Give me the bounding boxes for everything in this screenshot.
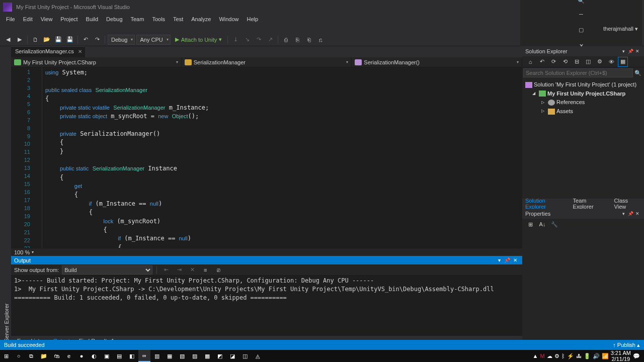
nav-back-button[interactable]: ◀ [3, 35, 13, 45]
search-icon[interactable]: 🔍 [578, 0, 585, 4]
attach-to-unity-button[interactable]: ▶ Attach to Unity ▾ [172, 35, 225, 45]
prop-dropdown-icon[interactable]: ▾ [620, 211, 627, 216]
se-dropdown-icon[interactable]: ▾ [620, 49, 627, 54]
debug-btn-4[interactable]: ⎌ [315, 35, 326, 45]
platform-dropdown[interactable]: Any CPU [136, 35, 170, 45]
se-search-input[interactable] [523, 68, 633, 77]
tray-icon-5[interactable]: ᛒ [561, 353, 565, 359]
tray-icon-7[interactable]: 🖧 [576, 353, 582, 359]
save-all-button[interactable]: 💾 [65, 35, 75, 45]
se-show-all-icon[interactable]: ◫ [583, 57, 593, 67]
se-sync-icon[interactable]: ⟳ [548, 57, 558, 67]
references-node[interactable]: ▷References [523, 98, 643, 107]
solution-tree[interactable]: Solution 'My First Unity Project' (1 pro… [522, 78, 644, 199]
menu-analyze[interactable]: Analyze [188, 15, 214, 23]
open-button[interactable]: 📂 [42, 35, 52, 45]
app-icon-1[interactable]: ● [75, 350, 88, 362]
app-icon-13[interactable]: ◬ [252, 350, 264, 362]
app-icon-2[interactable]: ▣ [101, 350, 113, 362]
code-editor[interactable]: 1234567891011121314151617181920212223242… [11, 67, 522, 248]
se-collapse-icon[interactable]: ⊟ [572, 57, 582, 67]
out-btn3[interactable]: ✕ [187, 265, 197, 275]
save-button[interactable]: 💾 [53, 35, 63, 45]
tray-volume-icon[interactable]: 🔊 [593, 353, 600, 359]
tab-close-icon[interactable]: ✕ [78, 49, 82, 54]
step-out-button[interactable]: ↗ [265, 35, 275, 45]
notifications-icon[interactable]: 💬 [633, 353, 640, 359]
step-button[interactable]: ⤓ [230, 35, 240, 45]
tray-icon-3[interactable]: ☁ [547, 353, 552, 359]
solution-explorer-header[interactable]: Solution Explorer ▾ 📌 ✕ [522, 46, 644, 56]
menu-window[interactable]: Window [216, 15, 242, 23]
menu-file[interactable]: File [3, 15, 18, 23]
prop-pin-icon[interactable]: 📌 [627, 211, 634, 216]
document-tab[interactable]: SerializationManager.cs ✕ [11, 46, 85, 57]
se-refresh-icon[interactable]: ⟲ [560, 57, 570, 67]
tray-wifi-icon[interactable]: 📶 [602, 353, 609, 359]
project-node[interactable]: ◢My First Unity Project.CSharp [523, 89, 643, 99]
tray-icon-8[interactable]: 🔋 [584, 353, 591, 359]
zoom-level[interactable]: 100 % [14, 249, 30, 255]
start-icon[interactable]: ⊞ [0, 350, 12, 362]
nav-member-dropdown[interactable]: SerializationManager() [352, 57, 522, 67]
solution-node[interactable]: Solution 'My First Unity Project' (1 pro… [523, 80, 643, 89]
menu-team[interactable]: Team [128, 15, 147, 23]
tray-icon-6[interactable]: ⚡ [567, 353, 574, 359]
taskbar-time[interactable]: 3:21 AM [611, 350, 631, 356]
edge-icon[interactable]: e [63, 350, 75, 362]
se-search-icon[interactable]: 🔍 [633, 68, 643, 78]
output-dropdown-icon[interactable]: ▾ [495, 257, 503, 263]
nav-fwd-button[interactable]: ▶ [15, 35, 25, 45]
user-name[interactable]: therajmahall ▾ [600, 26, 641, 32]
menu-edit[interactable]: Edit [20, 15, 36, 23]
maximize-button[interactable]: ▢ [574, 24, 588, 36]
tray-icon-2[interactable]: M [540, 353, 544, 359]
output-panel-header[interactable]: Output ▾ 📌 ✕ [11, 256, 522, 264]
app-icon-4[interactable]: ◧ [126, 350, 138, 362]
redo-button[interactable]: ↷ [92, 35, 102, 45]
taskbar-date[interactable]: 2/11/19 [611, 356, 631, 362]
code-area[interactable]: using System; public sealed class Serial… [42, 67, 522, 248]
status-publish[interactable]: ↑ Publish ▴ [613, 342, 640, 348]
app-icon-7[interactable]: ▧ [176, 350, 188, 362]
chrome-icon[interactable]: ◐ [88, 350, 100, 362]
vs-icon[interactable]: ∞ [138, 350, 150, 362]
menu-view[interactable]: View [38, 15, 56, 23]
tray-icon-1[interactable]: ▲ [533, 353, 538, 359]
prop-az-icon[interactable]: A↓ [537, 219, 547, 229]
menu-debug[interactable]: Debug [103, 15, 125, 23]
step-over-button[interactable]: ↷ [254, 35, 264, 45]
se-pin-icon[interactable]: 📌 [627, 49, 634, 54]
windows-taskbar[interactable]: ⊞ ○ ⧉ 📁 🛍 e ● ◐ ▣ ▤ ◧ ∞ ▥ ▦ ▧ ▨ ▩ ◩ ◪ ◫ … [0, 350, 644, 362]
se-home-icon[interactable]: ⌂ [525, 57, 535, 67]
output-from-select[interactable]: Build [62, 265, 152, 275]
assets-node[interactable]: ▷Assets [523, 107, 643, 116]
nav-project-dropdown[interactable]: My First Unity Project.CSharp [11, 57, 182, 67]
se-preview-icon[interactable]: 👁 [606, 57, 616, 67]
menu-project[interactable]: Project [57, 15, 80, 23]
debug-btn-1[interactable]: ⎙ [281, 35, 291, 45]
taskview-icon[interactable]: ⧉ [25, 350, 37, 362]
menu-tools[interactable]: Tools [149, 15, 168, 23]
app-icon-9[interactable]: ▩ [201, 350, 213, 362]
menu-help[interactable]: Help [244, 15, 262, 23]
se-view-icon[interactable]: ▦ [618, 57, 628, 67]
step-into-button[interactable]: ↘ [242, 35, 252, 45]
menu-test[interactable]: Test [170, 15, 186, 23]
prop-close-icon[interactable]: ✕ [634, 211, 641, 216]
debug-btn-2[interactable]: ⎘ [292, 35, 302, 45]
tray-icon-4[interactable]: ⚙ [554, 353, 559, 359]
output-close-icon[interactable]: ✕ [511, 257, 519, 263]
prop-wrench-icon[interactable]: 🔧 [549, 219, 559, 229]
nav-class-dropdown[interactable]: SerializationManager [182, 57, 352, 67]
out-btn2[interactable]: ⇥ [174, 265, 184, 275]
tab-server-explorer[interactable]: Server Explorer [2, 46, 11, 346]
app-icon-5[interactable]: ▥ [151, 350, 163, 362]
zoom-dropdown-icon[interactable]: ▾ [32, 250, 34, 254]
tab-toolbox[interactable]: Toolbox [0, 46, 2, 346]
prop-cat-icon[interactable]: ⊞ [525, 219, 535, 229]
menu-build[interactable]: Build [83, 15, 101, 23]
fold-margin[interactable] [35, 67, 42, 248]
explorer-icon[interactable]: 📁 [38, 350, 50, 362]
se-close-icon[interactable]: ✕ [634, 49, 641, 54]
